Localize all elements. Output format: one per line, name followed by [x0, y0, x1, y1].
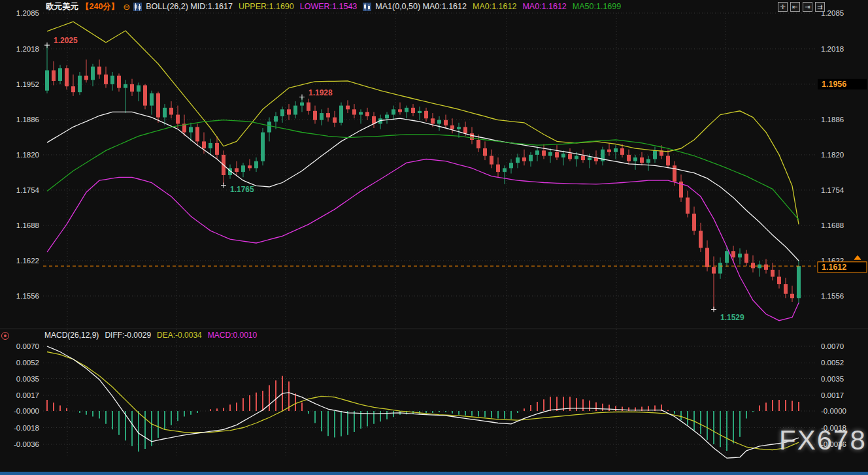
macd-dea-value: DEA:-0.0034 — [157, 331, 202, 340]
macd-axis-label-left: 0.0017 — [16, 391, 39, 399]
extreme-price-label: 1.1765 — [230, 185, 254, 194]
ma50-value: MA50:1.1699 — [573, 2, 621, 11]
fx678-watermark: FX678 — [779, 425, 867, 456]
price-axis-label-left: 1.1688 — [16, 221, 39, 229]
candlestick-mini-icon — [133, 3, 142, 11]
shift-right-icon[interactable]: ⇉ — [815, 2, 825, 12]
price-axis-label-left: 1.2085 — [16, 9, 39, 17]
price-axis-label-left: 1.1820 — [16, 151, 39, 159]
extreme-price-label: 1.1928 — [309, 88, 333, 97]
price-axis-label-right: 1.1886 — [821, 116, 844, 123]
bottom-blue-strip — [0, 472, 868, 475]
macd-axis-label-right: 0.0070 — [821, 342, 844, 350]
badge-price-text: 1.1956 — [822, 80, 846, 89]
ma0-yellow-value: MA0:1.1612 — [473, 2, 516, 11]
price-axis-label-right: 1.1820 — [821, 151, 844, 159]
price-axis-label-right: 1.2018 — [821, 45, 844, 53]
macd-axis-label-right: 0.0017 — [821, 391, 844, 399]
zoom-y-axis-icon[interactable]: ⇥ — [803, 2, 812, 12]
timeframe-badge[interactable]: 【240分】 — [81, 1, 119, 12]
boll-lower-value: LOWER:1.1543 — [300, 2, 358, 11]
chart-background — [0, 0, 868, 475]
macd-macd-value: MACD:0.0010 — [208, 331, 257, 340]
price-axis-label-left: 1.1754 — [16, 186, 40, 194]
chart-toolbar: ✛ ⇤ ⇥ ⇉ — [778, 2, 825, 12]
macd-diff-value: DIFF:-0.0029 — [105, 331, 151, 340]
ma0-magenta-value: MA0:1.1612 — [522, 2, 566, 11]
chart-canvas[interactable]: 1.20851.20851.20181.20181.19521.19521.18… — [0, 0, 868, 475]
price-axis-label-left: 1.1556 — [16, 292, 39, 300]
macd-axis-label-left: 0.0070 — [16, 342, 39, 350]
zoom-x-axis-icon[interactable]: ⇤ — [790, 2, 800, 12]
macd-axis-label-left: -0.0018 — [14, 424, 39, 432]
extreme-price-label: 1.1529 — [720, 313, 744, 322]
price-axis-label-left: 1.2018 — [16, 45, 39, 53]
price-axis-label-right: 1.1754 — [821, 186, 844, 194]
price-axis-label-left: 1.1622 — [16, 257, 39, 265]
macd-axis-label-left: -0.0000 — [14, 407, 39, 415]
chart-header: 欧元美元 【240分】 ⊖ BOLL(26,2) MID:1.1617 UPPE… — [46, 1, 627, 12]
badge-price-text: 1.1612 — [822, 263, 846, 272]
macd-axis-label-right: 0.0035 — [821, 375, 844, 383]
price-axis-label-left: 1.1952 — [16, 80, 39, 88]
indicator-settings-icon[interactable]: ⊖ — [123, 3, 130, 11]
price-axis-label-left: 1.1886 — [16, 116, 39, 123]
pan-icon[interactable]: ✛ — [778, 2, 788, 12]
boll-mid-value: BOLL(26,2) MID:1.1617 — [146, 2, 233, 11]
boll-upper-value: UPPER:1.1690 — [239, 2, 294, 11]
ma0-white-value: MA1(0,0,50) MA0:1.1612 — [375, 2, 467, 11]
macd-axis-label-right: 0.0052 — [821, 359, 844, 367]
price-axis-label-right: 1.1688 — [821, 221, 844, 229]
macd-axis-label-left: 0.0035 — [16, 375, 39, 383]
trading-chart-window: 1.20851.20851.20181.20181.19521.19521.18… — [0, 0, 868, 475]
symbol-name: 欧元美元 — [46, 1, 78, 12]
macd-axis-label-left: -0.0036 — [14, 440, 39, 448]
macd-axis-label-right: -0.0000 — [821, 407, 846, 415]
candlestick-mini-icon — [363, 3, 371, 11]
price-axis-label-right: 1.1556 — [821, 292, 844, 300]
extreme-price-label: 1.2025 — [54, 36, 78, 45]
macd-axis-label-left: 0.0052 — [16, 359, 39, 367]
indicator-target-icon[interactable] — [1, 332, 9, 340]
macd-title-and-diff: MACD(26,12,9) — [44, 331, 99, 340]
macd-header: MACD(26,12,9) DIFF:-0.0029 DEA:-0.0034 M… — [44, 331, 257, 340]
